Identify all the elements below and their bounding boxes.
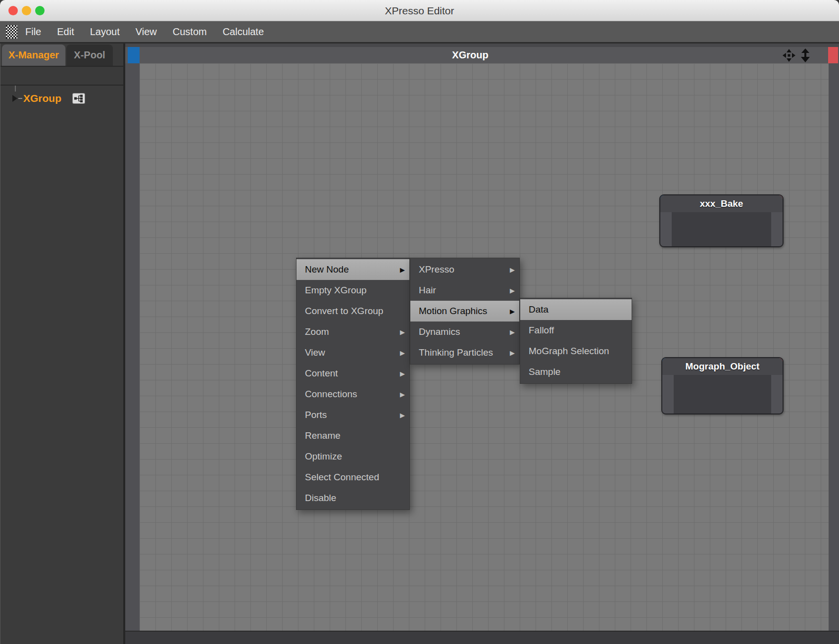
motion-graphics-submenu: Data Falloff MoGraph Selection Sample	[520, 298, 632, 384]
node-xxx-bake[interactable]: xxx_Bake	[659, 194, 784, 247]
tab-x-manager[interactable]: X-Manager	[2, 45, 65, 66]
canvas-left-gutter	[125, 63, 140, 631]
xgroup-header-bar[interactable]: XGroup	[125, 47, 839, 63]
menu-edit[interactable]: Edit	[49, 26, 82, 38]
node-mograph-object[interactable]: Mograph_Object	[661, 357, 784, 414]
menu-item-ports[interactable]: Ports ▶	[296, 405, 409, 425]
submenu-arrow-icon: ▶	[400, 349, 405, 357]
submenu-item-dynamics[interactable]: Dynamics ▶	[410, 322, 519, 342]
menu-item-view[interactable]: View ▶	[296, 342, 409, 363]
canvas-right-gutter	[829, 63, 839, 631]
tree-item-label: XGroup	[23, 92, 61, 104]
menu-file[interactable]: File	[17, 26, 49, 38]
submenu-item-falloff[interactable]: Falloff	[520, 320, 632, 341]
sidebar-tabs: X-Manager X-Pool	[0, 45, 123, 66]
submenu-arrow-icon: ▶	[510, 266, 515, 274]
menu-custom[interactable]: Custom	[165, 26, 215, 38]
submenu-arrow-icon: ▶	[400, 391, 405, 398]
tree-item-xgroup[interactable]: XGroup	[0, 90, 124, 107]
menu-layout[interactable]: Layout	[82, 26, 128, 38]
submenu-item-sample[interactable]: Sample	[520, 362, 632, 382]
xgroup-node-icon[interactable]	[72, 93, 85, 104]
expander-icon[interactable]	[12, 95, 17, 102]
node-title: xxx_Bake	[700, 198, 743, 209]
new-node-submenu: XPresso ▶ Hair ▶ Motion Graphics ▶ Dynam…	[410, 258, 520, 365]
submenu-arrow-icon: ▶	[400, 370, 405, 377]
submenu-arrow-icon: ▶	[510, 328, 515, 336]
submenu-arrow-icon: ▶	[510, 287, 515, 294]
search-bar	[0, 66, 124, 86]
node-titlebar[interactable]: Mograph_Object	[662, 358, 783, 375]
scale-vertical-icon[interactable]	[799, 48, 812, 62]
menu-view[interactable]: View	[128, 26, 165, 38]
search-input[interactable]	[4, 67, 127, 85]
tree-connector	[18, 98, 22, 99]
xgroup-header-title: XGroup	[452, 47, 488, 63]
group-input-port[interactable]	[128, 47, 140, 63]
context-menu: New Node ▶ Empty XGroup Convert to XGrou…	[296, 258, 410, 510]
tab-x-pool[interactable]: X-Pool	[66, 45, 113, 66]
node-titlebar[interactable]: xxx_Bake	[660, 195, 783, 212]
submenu-item-hair[interactable]: Hair ▶	[410, 280, 519, 301]
tree-connector	[15, 86, 16, 92]
xpresso-editor-window: XPresso Editor File Edit Layout View Cus…	[0, 0, 839, 644]
menu-item-new-node[interactable]: New Node ▶	[296, 259, 409, 280]
menu-item-optimize[interactable]: Optimize	[296, 446, 409, 467]
node-title: Mograph_Object	[686, 361, 760, 371]
submenu-arrow-icon: ▶	[400, 266, 405, 274]
menu-item-convert-to-xgroup[interactable]: Convert to XGroup	[296, 301, 409, 322]
submenu-item-xpresso[interactable]: XPresso ▶	[410, 259, 519, 280]
menu-item-connections[interactable]: Connections ▶	[296, 384, 409, 405]
submenu-item-motion-graphics[interactable]: Motion Graphics ▶	[410, 301, 519, 322]
menu-calculate[interactable]: Calculate	[215, 26, 272, 38]
menu-item-disable[interactable]: Disable	[296, 488, 409, 508]
menu-item-content[interactable]: Content ▶	[296, 363, 409, 384]
menu-item-zoom[interactable]: Zoom ▶	[296, 322, 409, 342]
xgroup-tree: XGroup	[0, 86, 124, 644]
submenu-arrow-icon: ▶	[510, 308, 515, 315]
menu-item-select-connected[interactable]: Select Connected	[296, 467, 409, 488]
app-menubar: File Edit Layout View Custom Calculate	[0, 21, 839, 44]
menu-item-empty-xgroup[interactable]: Empty XGroup	[296, 280, 409, 301]
menu-item-rename[interactable]: Rename	[296, 425, 409, 446]
window-title: XPresso Editor	[0, 0, 839, 21]
sidebar: X-Manager X-Pool XGroup	[0, 44, 123, 644]
move-icon[interactable]	[782, 48, 796, 62]
submenu-item-mograph-selection[interactable]: MoGraph Selection	[520, 341, 632, 362]
submenu-arrow-icon: ▶	[510, 349, 515, 357]
submenu-arrow-icon: ▶	[400, 328, 405, 336]
submenu-item-data[interactable]: Data	[520, 299, 632, 320]
grip-icon[interactable]	[6, 25, 17, 39]
submenu-item-thinking-particles[interactable]: Thinking Particles ▶	[410, 342, 519, 363]
canvas-bottom-strip	[125, 631, 839, 644]
window-titlebar[interactable]: XPresso Editor	[0, 0, 839, 21]
group-output-port[interactable]	[828, 47, 838, 63]
submenu-arrow-icon: ▶	[400, 412, 405, 419]
